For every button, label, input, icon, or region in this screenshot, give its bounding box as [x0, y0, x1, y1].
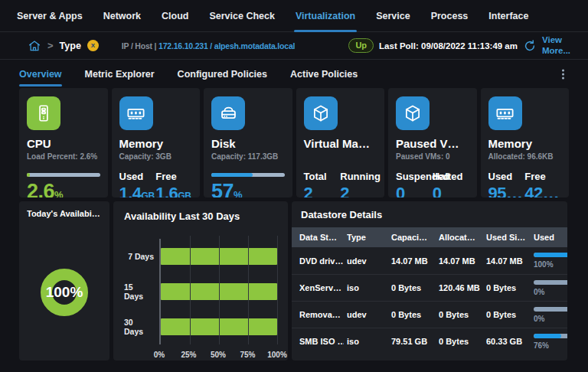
chevron-right-icon: > — [47, 40, 54, 51]
bar-chart-gridline — [190, 236, 191, 344]
card-subtitle — [304, 152, 377, 162]
bar-chart: 7 Days15 Days30 Days — [124, 239, 277, 344]
status-bar-right: Up Last Poll: 09/08/2022 11:13:49 am Vie… — [348, 35, 576, 55]
table-row: XenServ…iso0 Bytes120.46 MB0 Bytes0% — [292, 274, 567, 301]
status-bar: > Type X IP / Host | 172.16.10.231 / alp… — [0, 32, 588, 60]
datastore-cell-type: iso — [347, 283, 388, 292]
nav-item-server-apps[interactable]: Server & Apps — [17, 0, 83, 31]
card-value: 57% — [211, 180, 285, 197]
used-progress-bar — [534, 280, 567, 285]
last-poll-text: Last Poll: 09/08/2022 11:13:49 am — [379, 41, 518, 51]
datastore-cell-used: 0% — [534, 276, 567, 300]
nav-item-network[interactable]: Network — [103, 0, 141, 31]
home-icon[interactable] — [28, 39, 41, 53]
nav-item-service-check[interactable]: Service Check — [209, 0, 274, 31]
card-cpu-0: CPULoad Percent: 2.6%2.6% — [19, 88, 108, 197]
card-column-halted: Halted0 — [433, 171, 469, 197]
refresh-icon[interactable] — [523, 39, 537, 53]
datastore-cell-name: SMB ISO … — [299, 337, 344, 346]
nav-item-interface[interactable]: Interface — [488, 0, 528, 31]
used-percent-label: 0% — [534, 288, 567, 296]
card-columns: Used95…Free42… — [488, 171, 562, 197]
ip-host-separator: / — [210, 41, 212, 51]
donut-ring: 100% — [41, 269, 88, 316]
used-progress-fill — [534, 253, 567, 257]
datastore-column-header: Data St… — [299, 233, 344, 242]
datastore-cell-capacity: 0 Bytes — [391, 310, 436, 319]
card-progress-bar — [211, 173, 285, 177]
card-progress-fill — [211, 173, 253, 177]
card-column-label: Used — [488, 171, 525, 182]
card-column-used: Used95… — [488, 171, 525, 197]
card-column-label: Halted — [433, 171, 469, 182]
bar-chart-x-tick: 25% — [181, 351, 196, 359]
datastore-cell-capacity: 0 Bytes — [391, 283, 436, 292]
availability-chart-card: Availability Last 30 Days 7 Days15 Days3… — [113, 201, 288, 361]
card-progress-fill — [27, 173, 30, 177]
todays-availability-card: Today's Availabi… 100% — [19, 201, 109, 361]
xen-logo: X — [87, 40, 99, 51]
datastore-cell-type: iso — [347, 337, 388, 346]
card-column-value: 95… — [488, 184, 525, 197]
bar-chart-x-tick: 50% — [211, 351, 226, 359]
memory-icon — [119, 96, 153, 130]
table-row: SMB ISO …iso79.51 GB0 Bytes60.33 GB76% — [292, 328, 567, 354]
datastore-cell-capacity: 79.51 GB — [391, 337, 436, 346]
bar-chart-category-label: 15 Days — [124, 274, 159, 309]
card-value: 2.6% — [27, 180, 100, 197]
bar-chart-gridline — [219, 236, 220, 344]
card-column-label: Total — [304, 171, 341, 182]
metric-cards-row: CPULoad Percent: 2.6%2.6%MemoryCapacity:… — [19, 88, 569, 197]
used-percent-label: 76% — [534, 341, 567, 350]
kebab-menu-icon[interactable] — [560, 65, 567, 83]
card-column-label: Free — [155, 171, 192, 182]
cpu-icon — [27, 96, 60, 130]
datastore-cell-type: udev — [347, 310, 388, 319]
availability-chart-title: Availability Last 30 Days — [124, 210, 277, 222]
tab-active-policies[interactable]: Active Policies — [290, 60, 358, 88]
view-more-link[interactable]: View More... — [542, 35, 576, 55]
card-column-label: Running — [340, 171, 377, 182]
card-column-label: Free — [524, 171, 561, 182]
used-progress-fill — [534, 334, 561, 338]
nav-item-virtualization[interactable]: Virtualization — [296, 0, 355, 31]
datastore-column-header: Type — [347, 233, 388, 242]
card-column-used: Used1.4GB — [119, 171, 156, 197]
card-memory-5: MemoryAllocated: 96.6KBUsed95…Free42… — [481, 88, 570, 197]
card-column-free: Free1.6GB — [155, 171, 192, 197]
card-title: Disk — [211, 137, 285, 150]
table-row: DVD driv…udev14.07 MB14.07 MB14.07 MB100… — [292, 247, 567, 274]
card-column-value: 1.4GB — [119, 184, 156, 197]
datastore-cell-used_size: 60.33 GB — [486, 337, 531, 346]
tab-metric-explorer[interactable]: Metric Explorer — [85, 60, 155, 88]
ip-address[interactable]: 172.16.10.231 — [158, 41, 208, 51]
datastore-details-card: Datastore Details Data St…TypeCapaci…All… — [292, 201, 567, 361]
datastore-cell-name: XenServ… — [299, 283, 344, 292]
top-nav: Server & AppsNetworkCloudService CheckVi… — [0, 0, 588, 32]
bar-chart-x-tick: 100% — [267, 351, 287, 359]
tab-configured-policies[interactable]: Configured Policies — [178, 60, 267, 88]
cube-icon — [304, 96, 338, 130]
datastore-table-header: Data St…TypeCapaci…Allocat…Used Si…Used — [292, 227, 567, 247]
bar-chart-plot — [159, 239, 277, 344]
card-subtitle: Capacity: 117.3GB — [211, 152, 285, 162]
tab-overview[interactable]: Overview — [19, 60, 62, 88]
card-virtual-ma-3: Virtual Ma…Total2Running2 — [296, 88, 385, 197]
datastore-cell-allocated: 120.46 MB — [439, 283, 483, 292]
card-subtitle: Load Percent: 2.6% — [27, 152, 100, 162]
bottom-panels-row: Today's Availabi… 100% Availability Last… — [19, 201, 567, 361]
card-subtitle: Capacity: 3GB — [119, 152, 193, 162]
nav-item-cloud[interactable]: Cloud — [162, 0, 188, 31]
card-column-value: 2 — [304, 184, 341, 197]
tab-bar: OverviewMetric ExplorerConfigured Polici… — [0, 60, 588, 88]
datastore-column-header: Capaci… — [391, 233, 436, 242]
hostname[interactable]: alpesh.motadata.local — [214, 41, 296, 51]
datastore-cell-used: 76% — [534, 330, 567, 354]
ip-host-breadcrumb[interactable]: IP / Host | 172.16.10.231 / alpesh.motad… — [122, 41, 295, 51]
nav-item-service[interactable]: Service — [376, 0, 410, 31]
datastore-cell-type: udev — [347, 256, 388, 266]
bar-chart-category-label: 7 Days — [124, 239, 159, 274]
datastore-table-title: Datastore Details — [292, 201, 567, 227]
card-columns: Used1.4GBFree1.6GB — [119, 171, 193, 197]
nav-item-process[interactable]: Process — [431, 0, 469, 31]
